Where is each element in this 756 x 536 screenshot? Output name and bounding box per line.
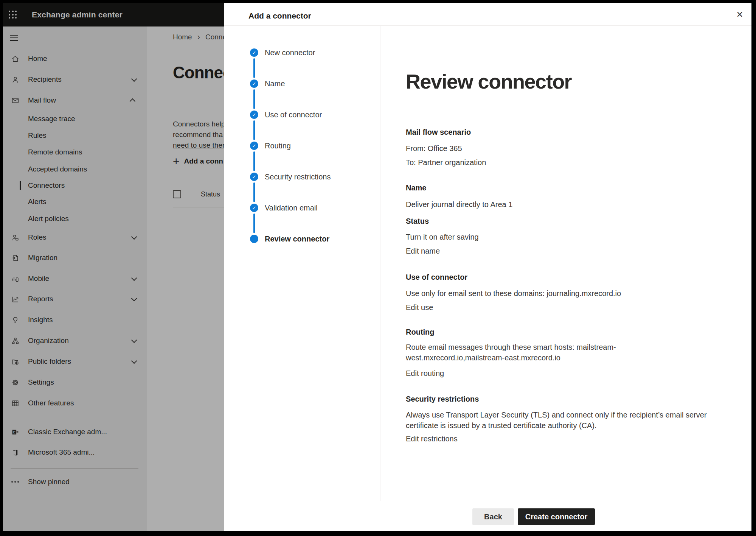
section-title-routing: Routing — [406, 327, 714, 337]
step-current-dot — [250, 235, 258, 243]
create-connector-button[interactable]: Create connector — [518, 508, 595, 525]
section-title-status: Status — [406, 216, 714, 226]
edit-use-link[interactable]: Edit use — [406, 302, 433, 313]
review-connector-content: Review connector Mail flow scenario From… — [406, 3, 714, 444]
back-button[interactable]: Back — [472, 508, 514, 525]
wizard-step-name[interactable]: ✓ Name — [250, 68, 285, 99]
section-title-mail-flow-scenario: Mail flow scenario — [406, 127, 714, 137]
wizard-step-review-connector[interactable]: Review connector — [250, 223, 329, 254]
wizard-step-routing[interactable]: ✓ Routing — [250, 130, 291, 161]
use-of-connector-value: Use only for email sent to these domains… — [406, 288, 714, 299]
wizard-step-security-restrictions[interactable]: ✓ Security restrictions — [250, 161, 331, 192]
security-restrictions-value: Always use Transport Layer Security (TLS… — [406, 410, 714, 431]
mail-flow-to-value: To: Partner organization — [406, 157, 714, 168]
section-title-name: Name — [406, 182, 714, 193]
add-connector-wizard-panel: Add a connector ✕ ✓ New connector ✓ Name… — [224, 3, 751, 531]
wizard-title: Add a connector — [248, 11, 311, 20]
edit-restrictions-link[interactable]: Edit restrictions — [406, 433, 458, 444]
step-check-icon: ✓ — [250, 142, 258, 150]
mail-flow-from-value: From: Office 365 — [406, 143, 714, 154]
section-title-use-of-connector: Use of connector — [406, 272, 714, 282]
footer-divider — [224, 501, 751, 501]
review-heading: Review connector — [406, 69, 714, 93]
step-check-icon: ✓ — [250, 111, 258, 119]
edit-routing-link[interactable]: Edit routing — [406, 368, 444, 379]
step-check-icon: ✓ — [250, 173, 258, 181]
stepper-content-divider — [380, 26, 380, 501]
connector-name-value: Deliver journal directly to Area 1 — [406, 199, 714, 210]
edit-name-link[interactable]: Edit name — [406, 246, 440, 256]
wizard-step-new-connector[interactable]: ✓ New connector — [250, 37, 315, 68]
step-check-icon: ✓ — [250, 79, 258, 88]
routing-value: Route email messages through these smart… — [406, 342, 714, 363]
wizard-step-use-of-connector[interactable]: ✓ Use of connector — [250, 99, 322, 130]
status-value: Turn it on after saving — [406, 232, 714, 242]
close-icon[interactable]: ✕ — [731, 6, 748, 23]
step-check-icon: ✓ — [250, 204, 258, 212]
wizard-step-validation-email[interactable]: ✓ Validation email — [250, 192, 318, 223]
step-check-icon: ✓ — [250, 48, 258, 57]
section-title-security-restrictions: Security restrictions — [406, 394, 714, 404]
